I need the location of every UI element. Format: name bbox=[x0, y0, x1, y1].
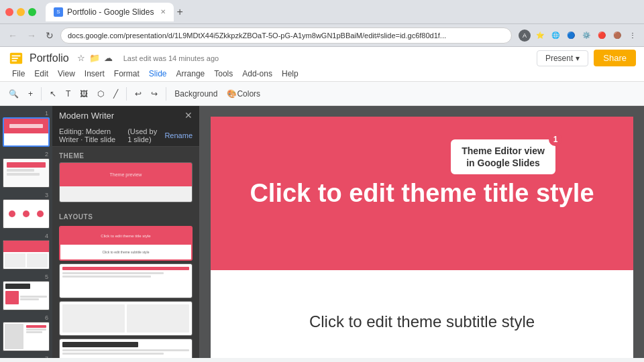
menu-format[interactable]: Format bbox=[110, 68, 144, 80]
slide-preview-5[interactable] bbox=[3, 281, 50, 310]
menu-edit[interactable]: Edit bbox=[30, 68, 52, 80]
slide-number-4: 4 bbox=[3, 233, 50, 239]
menu-insert[interactable]: Insert bbox=[80, 68, 109, 80]
menu-slide[interactable]: Slide bbox=[145, 68, 171, 80]
theme-panel-header: Modern Writer ✕ bbox=[52, 106, 199, 125]
cloud-icon[interactable]: ☁ bbox=[104, 53, 113, 63]
slide-thumb-1[interactable]: 1 bbox=[3, 110, 50, 147]
palette-icon: 🎨 bbox=[227, 89, 237, 99]
slide-top-section[interactable]: Click to edit theme title style bbox=[211, 117, 633, 270]
svg-rect-3 bbox=[12, 60, 17, 61]
slide-number-5: 5 bbox=[3, 274, 50, 280]
star-icon[interactable]: ☆ bbox=[77, 53, 85, 63]
zoom-in-button[interactable]: + bbox=[25, 87, 36, 101]
shape-tool-button[interactable]: ⬡ bbox=[94, 87, 107, 101]
refresh-button[interactable]: ↻ bbox=[43, 29, 56, 42]
menu-bar: File Edit View Insert Format Slide Arran… bbox=[8, 68, 636, 81]
slide-preview-1[interactable] bbox=[3, 117, 50, 147]
redo-button[interactable]: ↪ bbox=[148, 87, 161, 101]
browser-chrome: S Portfolio - Google Slides ✕ + bbox=[0, 0, 644, 24]
slide-number-6: 6 bbox=[3, 314, 50, 321]
app-title-row: Portfolio ☆ 📁 ☁ Last edit was 14 minutes… bbox=[8, 50, 636, 66]
layout-thumb-4[interactable] bbox=[59, 339, 193, 358]
bookmark-icon[interactable]: ⭐ bbox=[534, 29, 546, 42]
colors-button[interactable]: 🎨 Colors bbox=[223, 87, 264, 101]
back-button[interactable]: ← bbox=[5, 29, 20, 42]
slide-canvas[interactable]: Click to edit theme title style Click to… bbox=[211, 117, 633, 358]
rename-button[interactable]: Rename bbox=[164, 131, 193, 139]
text-tool-button[interactable]: T bbox=[62, 87, 74, 101]
menu-dots-icon[interactable]: ⋮ bbox=[627, 29, 639, 42]
background-button[interactable]: Background bbox=[171, 87, 221, 101]
menu-arrange[interactable]: Arrange bbox=[172, 68, 209, 80]
present-button[interactable]: Present ▾ bbox=[537, 50, 588, 66]
extension-icon5[interactable]: 🟤 bbox=[611, 29, 623, 42]
theme-panel-close-button[interactable]: ✕ bbox=[184, 110, 193, 121]
image-tool-button[interactable]: 🖼 bbox=[76, 87, 91, 101]
slide-number-7: 7 bbox=[3, 355, 50, 358]
slide-preview-2[interactable] bbox=[3, 158, 50, 188]
app-bar: Portfolio ☆ 📁 ☁ Last edit was 14 minutes… bbox=[0, 47, 644, 82]
layout-thumb-title[interactable]: Click to edit theme title style Click to… bbox=[59, 226, 193, 261]
slide-panel[interactable]: 1 2 3 bbox=[0, 106, 52, 358]
toolbar-separator-2 bbox=[126, 87, 127, 101]
slide-thumb-6[interactable]: 6 bbox=[3, 314, 50, 351]
slide-number-1: 1 bbox=[3, 110, 50, 117]
toolbar-separator-3 bbox=[166, 87, 166, 101]
zoom-out-button[interactable]: 🔍 bbox=[5, 87, 22, 101]
extension-icon2[interactable]: 🔵 bbox=[565, 29, 577, 42]
extension-icon1[interactable]: 🌐 bbox=[549, 29, 561, 42]
tab-title: Portfolio - Google Slides bbox=[67, 7, 154, 17]
slide-thumb-5[interactable]: 5 bbox=[3, 274, 50, 310]
used-label: (Used by 1 slide) bbox=[127, 127, 159, 143]
profile-icon[interactable]: A bbox=[519, 29, 531, 42]
slide-thumb-4[interactable]: 4 bbox=[3, 233, 50, 269]
cursor-tool-button[interactable]: ↖ bbox=[46, 87, 60, 101]
layout-thumb-2[interactable] bbox=[59, 263, 193, 298]
slide-preview-4[interactable] bbox=[3, 240, 50, 269]
new-tab-button[interactable]: + bbox=[176, 6, 182, 18]
menu-file[interactable]: File bbox=[8, 68, 29, 80]
layout-thumb-3[interactable] bbox=[59, 301, 193, 336]
address-bar-row: ← → ↻ docs.google.com/presentation/d/1L9… bbox=[0, 24, 644, 47]
svg-rect-1 bbox=[12, 55, 21, 56]
callout-box: 1 Theme Editor view in Google Slides bbox=[449, 138, 557, 176]
slide-thumb-3[interactable]: 3 bbox=[3, 192, 50, 229]
slide-subtitle[interactable]: Click to edit theme subtitle style bbox=[309, 312, 535, 331]
app-actions: ☆ 📁 ☁ bbox=[77, 53, 113, 63]
layouts-section-label: LAYOUTS bbox=[52, 208, 199, 223]
chevron-down-icon[interactable]: ▾ bbox=[576, 54, 580, 63]
minimize-button[interactable] bbox=[17, 8, 25, 16]
tab-close-icon[interactable]: ✕ bbox=[160, 8, 166, 15]
toolbar: 🔍 + ↖ T 🖼 ⬡ ╱ ↩ ↪ Background 🎨 Colors bbox=[0, 82, 644, 106]
slide-preview-3[interactable] bbox=[3, 199, 50, 229]
svg-rect-2 bbox=[12, 58, 18, 59]
callout-number: 1 bbox=[549, 133, 562, 146]
menu-addons[interactable]: Add-ons bbox=[238, 68, 276, 80]
slide-thumb-7[interactable]: 7 bbox=[3, 355, 50, 358]
folder-icon[interactable]: 📁 bbox=[89, 53, 100, 63]
active-tab[interactable]: S Portfolio - Google Slides ✕ bbox=[46, 3, 174, 21]
canvas-area[interactable]: 1 Theme Editor view in Google Slides Cli… bbox=[200, 106, 644, 358]
slide-preview-6[interactable] bbox=[3, 322, 50, 351]
traffic-lights bbox=[5, 8, 36, 16]
extension-icon3[interactable]: ⚙️ bbox=[580, 29, 592, 42]
close-button[interactable] bbox=[5, 8, 13, 16]
theme-thumbnail[interactable]: Theme preview bbox=[59, 162, 193, 202]
slide-thumb-2[interactable]: 2 bbox=[3, 151, 50, 188]
slide-title[interactable]: Click to edit theme title style bbox=[229, 178, 614, 209]
undo-button[interactable]: ↩ bbox=[131, 87, 145, 101]
menu-view[interactable]: View bbox=[54, 68, 79, 80]
maximize-button[interactable] bbox=[28, 8, 36, 16]
tab-favicon: S bbox=[54, 7, 63, 17]
theme-editor-panel: Modern Writer ✕ Editing: Modern Writer ·… bbox=[52, 106, 200, 358]
line-tool-button[interactable]: ╱ bbox=[110, 87, 121, 101]
extension-icon4[interactable]: 🔴 bbox=[596, 29, 608, 42]
share-button[interactable]: Share bbox=[594, 50, 636, 66]
callout-annotation: 1 Theme Editor view in Google Slides bbox=[449, 138, 557, 176]
menu-tools[interactable]: Tools bbox=[210, 68, 237, 80]
address-bar[interactable]: docs.google.com/presentation/d/1L9MDtX44… bbox=[60, 27, 512, 44]
slide-bottom-section[interactable]: Click to edit theme subtitle style bbox=[211, 270, 633, 358]
menu-help[interactable]: Help bbox=[278, 68, 303, 80]
forward-button[interactable]: → bbox=[24, 29, 39, 42]
